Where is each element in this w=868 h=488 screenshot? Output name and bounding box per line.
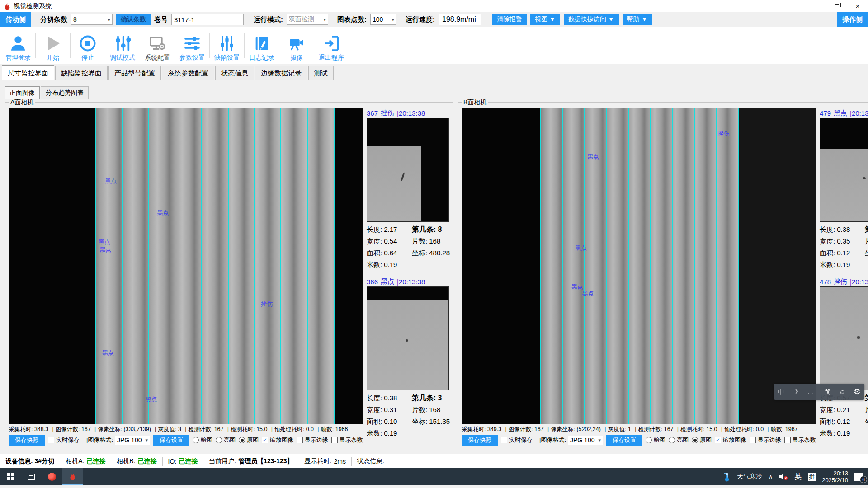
defect-id: 478	[820, 278, 831, 286]
capture-button[interactable]: 摄像	[279, 29, 314, 62]
defect-card[interactable]: 478 挫伤 |20:13:38 长度:0.57 第几条:3 宽度:0.21 片…	[820, 277, 868, 439]
save-settings-button[interactable]: 保存设置	[606, 435, 642, 446]
chart-points-select[interactable]: 100	[370, 14, 396, 25]
sliders-vertical-icon	[113, 34, 132, 52]
image-format-select[interactable]: JPG 100	[115, 436, 150, 445]
defect-card[interactable]: 367 挫伤 |20:13:38 长度:2.17 第几条:8 宽度:0.54 片…	[367, 108, 449, 271]
weather-text[interactable]: 天气寒冷	[737, 473, 762, 481]
subtab-distribution-trend[interactable]: 分布趋势图表	[41, 86, 89, 99]
ime-floating-toolbar: 中 ☽ ，。 简 ☺ ⚙	[774, 384, 864, 400]
tab-status-info[interactable]: 状态信息	[215, 66, 254, 80]
ime-mode-chinese[interactable]: 中	[778, 388, 784, 396]
save-snapshot-button[interactable]: 保存快照	[462, 435, 498, 446]
save-snapshot-button[interactable]: 保存快照	[9, 435, 45, 446]
defect-marker-label: 黑点	[582, 290, 594, 298]
dark-image-radio[interactable]: 暗图	[193, 436, 212, 444]
parameter-settings-button[interactable]: 参数设置	[175, 29, 209, 62]
tab-system-param-config[interactable]: 系统参数配置	[162, 66, 214, 80]
close-button[interactable]: ×	[847, 0, 868, 12]
bright-image-radio[interactable]: 亮图	[669, 436, 689, 444]
tab-test[interactable]: 测试	[308, 66, 334, 80]
restore-button[interactable]	[826, 0, 847, 12]
admin-login-button[interactable]: 管理登录	[1, 29, 35, 62]
stop-icon	[79, 34, 97, 52]
zoom-image-checkbox[interactable]: 缩放图像	[715, 436, 746, 444]
device-info: 设备信息: 3#分切	[0, 457, 60, 466]
roll-number-input[interactable]	[171, 14, 244, 25]
tab-product-model-config[interactable]: 产品型号配置	[108, 66, 161, 80]
system-config-button[interactable]: 系统配置	[140, 29, 175, 62]
camera-b-status: 已连接	[138, 457, 157, 465]
language-indicator[interactable]: 英	[794, 472, 802, 482]
realtime-save-checkbox[interactable]: 实时保存	[501, 436, 533, 444]
start-button[interactable]	[0, 468, 21, 485]
defect-length: 0.38	[384, 394, 397, 402]
tab-edge-data-record[interactable]: 边缘数据记录	[255, 66, 307, 80]
display-time-label: 显示耗时:	[305, 457, 332, 465]
ime-fullwidth-moon-icon[interactable]: ☽	[792, 388, 798, 396]
view-menu-button[interactable]: 视图 ▼	[530, 14, 560, 25]
subtab-front-image[interactable]: 正面图像	[5, 86, 40, 99]
start-button[interactable]: 开始	[36, 29, 70, 62]
zoom-image-checkbox[interactable]: 缩放图像	[262, 436, 293, 444]
defect-area: 0.10	[384, 418, 397, 425]
panel-b-title: B面相机	[462, 99, 488, 107]
ime-punctuation-toggle[interactable]: ，。	[806, 388, 817, 396]
tab-size-monitor[interactable]: 尺寸监控界面	[2, 65, 54, 80]
task-view-button[interactable]	[21, 468, 42, 485]
tab-defect-monitor[interactable]: 缺陷监控界面	[55, 66, 108, 80]
original-image-radio[interactable]: 原图	[239, 436, 259, 444]
video-camera-icon	[288, 34, 306, 52]
panel-a-defect-list: 367 挫伤 |20:13:38 长度:2.17 第几条:8 宽度:0.54 片…	[367, 108, 449, 446]
bright-image-radio[interactable]: 亮图	[216, 436, 236, 444]
defect-settings-button[interactable]: 缺陷设置	[210, 29, 244, 62]
ime-emoji-icon[interactable]: ☺	[839, 388, 846, 396]
run-mode-select[interactable]: 双面检测	[287, 14, 328, 25]
hidden-icons-chevron[interactable]: ∧	[769, 474, 773, 480]
dark-image-radio[interactable]: 暗图	[646, 436, 665, 444]
ime-simplified-toggle[interactable]: 简	[825, 388, 831, 396]
defect-marker-label: 黑点	[575, 244, 587, 252]
realtime-save-checkbox[interactable]: 实时保存	[48, 436, 80, 444]
exit-icon	[322, 34, 340, 52]
log-record-button[interactable]: 日志记录	[245, 29, 279, 62]
defect-time: |20:13:38	[850, 109, 868, 117]
defect-marker-label: 黑点	[105, 177, 117, 185]
show-strips-checkbox[interactable]: 显示条数	[331, 436, 363, 444]
show-strips-checkbox[interactable]: 显示条数	[784, 436, 816, 444]
save-settings-button[interactable]: 保存设置	[153, 435, 189, 446]
debug-mode-button[interactable]: 调试模式	[105, 29, 140, 62]
run-speed-label: 运行速度:	[406, 15, 435, 24]
pinned-app-button[interactable]	[42, 468, 62, 485]
split-count-select[interactable]: 8	[71, 14, 113, 25]
defect-meters: 0.19	[837, 429, 850, 437]
notification-center-button[interactable]: 6	[854, 473, 863, 481]
defect-card[interactable]: 366 黑点 |20:13:38 长度:0.38 第几条:3 宽度:0.31 片…	[367, 277, 449, 439]
data-quick-access-button[interactable]: 数据快捷访问 ▼	[564, 14, 619, 25]
speaker-muted-icon[interactable]	[779, 473, 788, 480]
image-format-select[interactable]: JPG 100	[568, 436, 603, 445]
drive-side-button[interactable]: 传动侧	[0, 12, 31, 27]
exit-program-button[interactable]: 退出程序	[314, 29, 349, 62]
show-edge-checkbox[interactable]: 显示边缘	[750, 436, 781, 444]
active-app-button[interactable]	[62, 468, 83, 485]
defect-time: |20:13:38	[397, 278, 425, 286]
operate-side-button[interactable]: 操作侧	[837, 12, 868, 27]
original-image-radio[interactable]: 原图	[692, 436, 712, 444]
defect-width: 0.21	[837, 406, 850, 413]
minimize-button[interactable]	[806, 0, 826, 12]
defect-card[interactable]: 479 黑点 |20:13:38 长度:0.38 第几条:4 宽度:0.35 片…	[820, 108, 868, 271]
confirm-count-button[interactable]: 确认条数	[116, 14, 151, 25]
help-menu-button[interactable]: 帮助 ▼	[623, 14, 652, 25]
taskbar: 天气寒冷 ∧ 英 拼 20:13 2025/2/10 6	[0, 468, 868, 485]
taskbar-clock[interactable]: 20:13 2025/2/10	[822, 470, 848, 483]
camera-b-label: 相机B:	[117, 457, 135, 465]
ime-settings-gear-icon[interactable]: ⚙	[854, 387, 860, 397]
stop-button[interactable]: 停止	[71, 29, 105, 62]
show-edge-checkbox[interactable]: 显示边缘	[297, 436, 328, 444]
defect-area: 0.64	[384, 249, 397, 257]
defect-type: 挫伤	[834, 277, 847, 286]
clear-alarm-button[interactable]: 清除报警	[492, 14, 527, 25]
ime-indicator[interactable]: 拼	[808, 473, 816, 481]
user-icon	[9, 34, 27, 52]
